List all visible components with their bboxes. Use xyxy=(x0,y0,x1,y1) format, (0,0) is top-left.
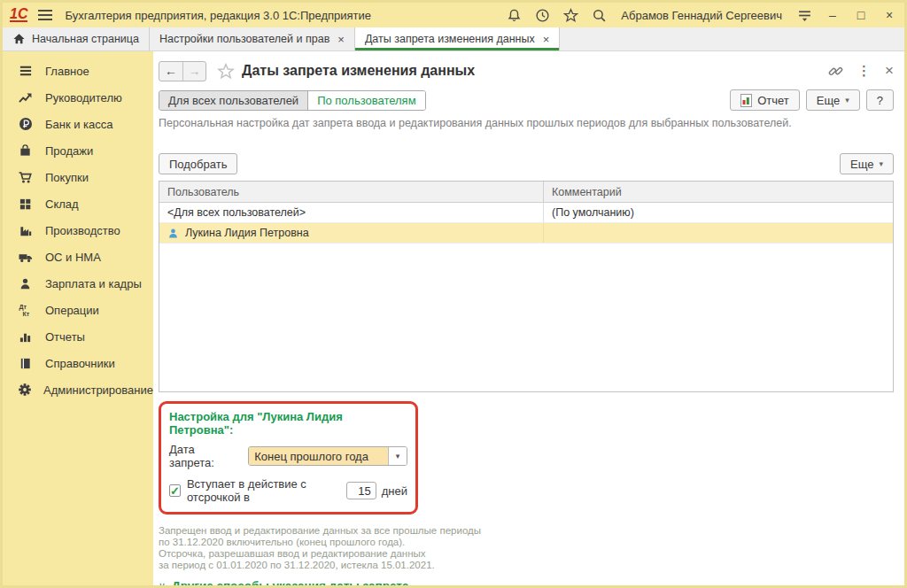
sidebar-item-fixed-assets[interactable]: ОС и НМА xyxy=(3,244,153,270)
table-header-row: Пользователь Комментарий xyxy=(159,182,893,203)
tab-close-icon[interactable]: × xyxy=(337,33,345,46)
shopping-cart-icon xyxy=(17,170,34,185)
tab-label: Начальная страница xyxy=(32,33,139,45)
sidebar-item-label: Отчеты xyxy=(45,330,85,344)
notifications-bell-icon[interactable] xyxy=(506,7,522,23)
gear-icon xyxy=(17,383,32,398)
sidebar-item-main[interactable]: Главное xyxy=(3,58,153,84)
table-more-button[interactable]: Еще ▾ xyxy=(840,153,894,174)
other-ways-group-header[interactable]: ∨ Другие способы указания даты запрета xyxy=(159,579,894,588)
tab-close-icon[interactable]: × xyxy=(543,33,550,46)
service-menu-icon[interactable] xyxy=(796,7,812,23)
sidebar-item-label: Продажи xyxy=(45,144,93,158)
sidebar-item-warehouse[interactable]: Склад xyxy=(3,190,153,217)
comment-cell: (По умолчанию) xyxy=(544,203,893,222)
sidebar-item-directories[interactable]: Справочники xyxy=(3,350,153,376)
person-icon xyxy=(17,276,34,291)
users-table: Пользователь Комментарий <Для всех польз… xyxy=(159,181,894,392)
bar-chart-icon xyxy=(17,329,34,344)
delay-suffix: дней xyxy=(382,484,407,498)
table-more-label: Еще xyxy=(850,158,873,171)
table-row-all-users[interactable]: <Для всех пользователей> (По умолчанию) xyxy=(159,203,893,223)
sidebar-item-label: Склад xyxy=(45,197,79,211)
sidebar-item-operations[interactable]: ДтКт Операции xyxy=(3,297,153,323)
get-link-icon[interactable] xyxy=(828,64,843,79)
prohibition-date-label: Дата запрета: xyxy=(169,443,243,469)
more-actions-dots-icon[interactable]: ⋮ xyxy=(857,63,871,79)
annotation-highlight-box: Настройка для "Лукина Лидия Петровна": Д… xyxy=(159,401,418,514)
sidebar-item-label: Производство xyxy=(45,224,120,237)
sidebar-item-administration[interactable]: Администрирование xyxy=(3,376,153,403)
warehouse-grid-icon xyxy=(17,197,34,212)
report-button[interactable]: Отчет xyxy=(730,89,800,111)
more-button[interactable]: Еще ▾ xyxy=(806,89,860,111)
search-icon[interactable] xyxy=(591,7,607,23)
dt-kt-icon: ДтКт xyxy=(17,303,34,318)
column-header-user[interactable]: Пользователь xyxy=(159,182,544,202)
sidebar-item-purchases[interactable]: Покупки xyxy=(3,164,153,190)
tab-label: Даты запрета изменения данных xyxy=(365,33,535,45)
sidebar-item-sales[interactable]: Продажи xyxy=(3,137,153,164)
delay-checkbox[interactable]: ✓ xyxy=(169,484,181,497)
trend-arrow-icon xyxy=(17,90,34,105)
sidebar-item-label: ОС и НМА xyxy=(45,251,101,264)
prohibition-summary-text: Запрещен ввод и редактирование данных за… xyxy=(159,525,894,571)
current-user-name[interactable]: Абрамов Геннадий Сергеевич xyxy=(621,9,782,22)
dropdown-arrow-icon[interactable]: ▾ xyxy=(388,447,407,465)
table-row-lukina[interactable]: Лукина Лидия Петровна xyxy=(159,223,893,244)
help-button[interactable]: ? xyxy=(866,89,894,111)
1c-logo-icon: 1С xyxy=(10,8,27,22)
back-button[interactable]: ← xyxy=(159,62,182,81)
toggle-by-users[interactable]: По пользователям xyxy=(308,91,424,110)
sidebar-item-label: Руководителю xyxy=(45,91,122,104)
tab-user-rights-settings[interactable]: Настройки пользователей и прав × xyxy=(150,27,355,50)
svg-text:Кт: Кт xyxy=(23,311,30,317)
ruble-circle-icon xyxy=(17,117,34,132)
tab-bar: Начальная страница Настройки пользовател… xyxy=(3,27,904,51)
sidebar-item-manager[interactable]: Руководителю xyxy=(3,84,153,111)
other-ways-header-label: Другие способы указания даты запрета xyxy=(172,579,408,588)
sidebar-item-label: Главное xyxy=(45,65,89,78)
report-button-label: Отчет xyxy=(757,94,789,107)
sidebar-item-salary-hr[interactable]: Зарплата и кадры xyxy=(3,270,153,297)
prohibition-date-value[interactable]: Конец прошлого года xyxy=(249,447,388,465)
shopping-bag-icon xyxy=(17,143,34,159)
minimize-button[interactable]: – xyxy=(825,8,841,22)
sidebar-item-label: Справочники xyxy=(45,357,115,370)
app-title: Бухгалтерия предприятия, редакция 3.0 1С… xyxy=(65,9,371,22)
chevron-down-icon: ▾ xyxy=(879,159,883,168)
truck-icon xyxy=(17,250,34,265)
chevron-down-icon: ▾ xyxy=(845,96,849,104)
forward-button[interactable]: → xyxy=(182,62,205,81)
app-window: 1С Бухгалтерия предприятия, редакция 3.0… xyxy=(0,0,907,588)
report-icon xyxy=(740,94,752,107)
toggle-all-users[interactable]: Для всех пользователей xyxy=(159,91,308,110)
tab-data-prohibition-dates[interactable]: Даты запрета изменения данных × xyxy=(355,27,560,50)
prohibition-date-combobox[interactable]: Конец прошлого года ▾ xyxy=(248,446,407,466)
settings-header: Настройка для "Лукина Лидия Петровна": xyxy=(169,410,407,437)
sections-sidebar: Главное Руководителю Банк и касса Продаж… xyxy=(3,51,153,588)
svg-text:Дт: Дт xyxy=(19,304,27,311)
favorites-star-icon[interactable] xyxy=(562,7,578,23)
view-mode-toggle: Для всех пользователей По пользователям xyxy=(159,90,426,111)
sidebar-item-label: Операции xyxy=(45,304,99,317)
sidebar-item-reports[interactable]: Отчеты xyxy=(3,323,153,350)
sidebar-item-production[interactable]: Производство xyxy=(3,217,153,244)
history-clock-icon[interactable] xyxy=(534,7,550,23)
close-window-button[interactable]: × xyxy=(881,8,897,22)
column-header-comment[interactable]: Комментарий xyxy=(544,182,893,202)
page-title: Даты запрета изменения данных xyxy=(242,63,475,79)
pick-users-button[interactable]: Подобрать xyxy=(159,153,237,174)
home-icon xyxy=(12,33,26,45)
factory-icon xyxy=(17,223,34,238)
delay-days-input[interactable] xyxy=(346,482,376,499)
maximize-button[interactable]: □ xyxy=(853,8,869,22)
close-form-icon[interactable]: × xyxy=(885,62,894,80)
user-cell: Лукина Лидия Петровна xyxy=(159,223,544,243)
main-menu-icon[interactable] xyxy=(38,10,52,20)
sidebar-item-label: Покупки xyxy=(45,171,89,184)
sidebar-item-bank-cash[interactable]: Банк и касса xyxy=(3,111,153,137)
table-empty-area xyxy=(159,244,893,391)
add-to-favorites-star-icon[interactable] xyxy=(217,63,235,80)
tab-home-page[interactable]: Начальная страница xyxy=(3,27,150,50)
